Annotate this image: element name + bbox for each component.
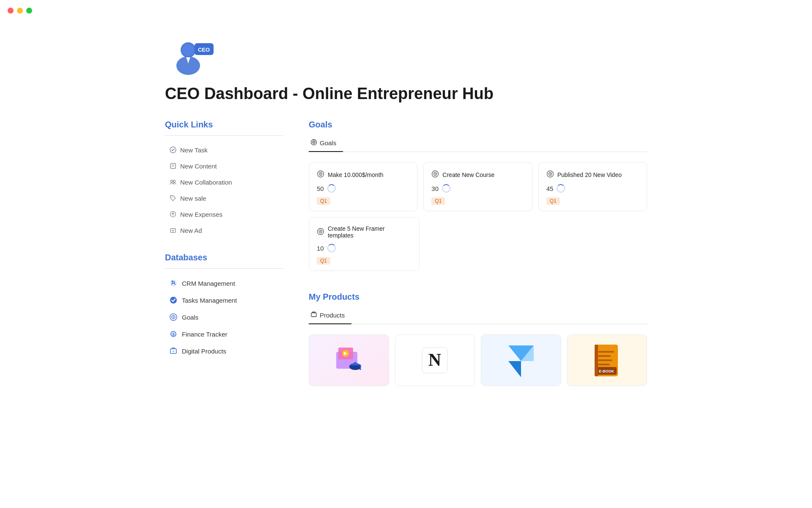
products-tab[interactable]: Products	[309, 308, 351, 324]
svg-text:CEO: CEO	[198, 47, 210, 53]
db-item-label: CRM Management	[182, 280, 235, 287]
main-container: CEO CEO Dashboard - Online Entrepreneur …	[131, 0, 681, 403]
svg-text:E-BOOK: E-BOOK	[599, 369, 614, 373]
product-image-1	[309, 335, 389, 386]
progress-spinner-1	[327, 184, 336, 193]
goal-card-1[interactable]: Make 10.000$/month 50 Q1	[309, 162, 417, 211]
quick-link-label: New Ad	[180, 227, 202, 234]
task-icon	[169, 146, 177, 154]
goals-section: Goals Goals	[309, 120, 647, 271]
svg-point-2	[182, 44, 194, 56]
goal-card-4[interactable]: Create 5 New Framer templates 10 Q1	[309, 217, 420, 271]
expenses-icon	[169, 210, 177, 218]
product-image-2: N	[395, 335, 475, 386]
db-item-label: Finance Tracker	[182, 331, 228, 338]
goal-card-2[interactable]: Create New Course 30 Q1	[423, 162, 532, 211]
svg-rect-59	[598, 355, 611, 357]
quick-links-divider	[165, 135, 283, 136]
svg-rect-49	[360, 364, 361, 369]
goal-card-3[interactable]: Published 20 New Video 45 Q1	[538, 162, 647, 211]
goal-title-3: Published 20 New Video	[546, 170, 639, 179]
db-item-digital[interactable]: Digital Products	[165, 343, 283, 359]
goals-empty-space	[425, 217, 647, 271]
svg-point-10	[171, 180, 173, 182]
svg-marker-54	[508, 361, 521, 377]
page-title: CEO Dashboard - Online Entrepreneur Hub	[165, 85, 647, 103]
goal-progress-3: 45	[546, 184, 639, 193]
svg-point-32	[320, 174, 321, 174]
goal-progress-2: 30	[431, 184, 524, 193]
goals-tab[interactable]: Goals	[309, 135, 343, 152]
svg-rect-60	[598, 359, 612, 361]
quick-link-new-sale[interactable]: New sale	[165, 191, 283, 205]
svg-point-41	[320, 231, 321, 232]
tasks-icon	[169, 296, 178, 304]
quick-link-label: New Task	[180, 146, 208, 154]
goal-icon-3	[546, 170, 554, 179]
db-item-goals[interactable]: Goals	[165, 309, 283, 325]
maximize-button[interactable]	[26, 8, 32, 14]
collaboration-icon	[169, 178, 177, 186]
quick-link-label: New Collaboration	[180, 179, 232, 186]
q-badge-4: Q1	[317, 257, 330, 265]
db-item-label: Goals	[182, 314, 198, 321]
q-badge-2: Q1	[431, 197, 445, 205]
db-item-finance[interactable]: $ Finance Tracker	[165, 326, 283, 342]
quick-link-new-content[interactable]: New Content	[165, 159, 283, 173]
db-item-tasks[interactable]: Tasks Management	[165, 293, 283, 308]
quick-link-new-expenses[interactable]: New Expenses	[165, 207, 283, 221]
close-button[interactable]	[8, 8, 14, 14]
quick-links-list: New Task New Content	[165, 143, 283, 237]
progress-spinner-2	[442, 184, 450, 193]
right-column: Goals Goals	[309, 120, 647, 386]
svg-point-35	[435, 174, 436, 174]
crm-icon	[169, 279, 178, 287]
goal-progress-4: 10	[317, 244, 411, 252]
svg-point-26	[173, 351, 174, 352]
quick-link-new-task[interactable]: New Task	[165, 143, 283, 157]
goals-header: Goals	[309, 120, 647, 130]
quick-links-header: Quick Links	[165, 120, 283, 130]
progress-spinner-3	[557, 184, 565, 193]
goal-title-2: Create New Course	[431, 170, 524, 179]
product-card-4[interactable]: E-BOOK	[567, 334, 647, 386]
products-grid: N	[309, 334, 647, 386]
svg-point-29	[313, 142, 314, 143]
sale-icon	[169, 194, 177, 202]
q-badge-3: Q1	[546, 197, 560, 205]
svg-point-38	[549, 174, 550, 174]
quick-link-label: New Expenses	[180, 211, 222, 218]
digital-icon	[169, 347, 178, 355]
product-card-1[interactable]	[309, 334, 389, 386]
minimize-button[interactable]	[17, 8, 23, 14]
product-card-3[interactable]	[481, 334, 561, 386]
products-header: My Products	[309, 292, 647, 302]
svg-point-18	[170, 297, 177, 304]
db-item-label: Digital Products	[182, 348, 226, 355]
products-section: My Products Products	[309, 292, 647, 386]
ad-icon	[169, 226, 177, 234]
goal-title-1: Make 10.000$/month	[317, 170, 409, 179]
finance-icon: $	[169, 330, 178, 338]
quick-link-new-collaboration[interactable]: New Collaboration	[165, 175, 283, 189]
goal-progress-1: 50	[317, 184, 409, 193]
svg-point-21	[173, 317, 174, 318]
db-item-crm[interactable]: CRM Management	[165, 276, 283, 291]
traffic-lights	[8, 8, 32, 14]
svg-point-50	[359, 368, 361, 370]
quick-link-label: New sale	[180, 195, 206, 202]
left-column: Quick Links New Task New Content	[165, 120, 283, 360]
content-layout: Quick Links New Task New Content	[165, 120, 647, 386]
goals-grid-bottom: Create 5 New Framer templates 10 Q1	[309, 217, 647, 271]
svg-point-17	[172, 281, 173, 282]
svg-rect-42	[311, 313, 316, 317]
ceo-icon: CEO	[165, 34, 216, 76]
svg-rect-7	[170, 163, 176, 168]
svg-point-11	[173, 180, 176, 182]
goals-tab-label: Goals	[320, 139, 336, 146]
q-badge-1: Q1	[317, 197, 330, 205]
db-item-label: Tasks Management	[182, 297, 237, 304]
products-tab-label: Products	[320, 312, 345, 319]
product-card-2[interactable]: N	[395, 334, 475, 386]
quick-link-new-ad[interactable]: New Ad	[165, 223, 283, 237]
